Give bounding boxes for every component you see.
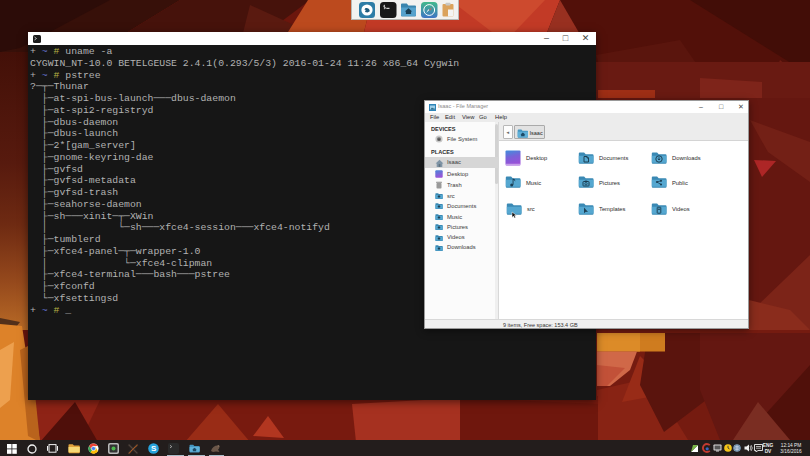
svg-text:S: S xyxy=(151,444,157,453)
